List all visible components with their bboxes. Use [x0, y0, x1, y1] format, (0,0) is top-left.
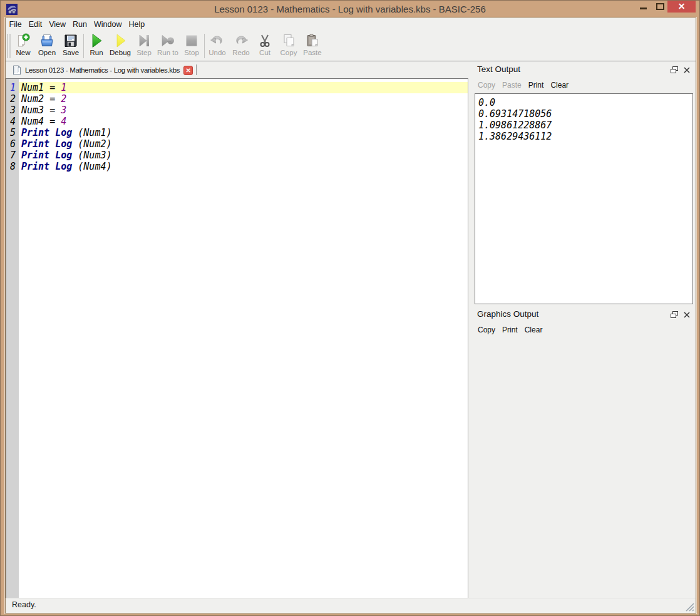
code-line: Print Log (Num1)	[19, 127, 468, 138]
maximize-button[interactable]	[651, 1, 667, 13]
stop-square-icon	[183, 33, 200, 49]
toolbar-button-undo[interactable]: Undo	[205, 31, 229, 61]
resize-grip[interactable]	[684, 602, 694, 612]
window-content: File Edit View Run Window Help New Open …	[6, 18, 696, 613]
text-output-clear-button[interactable]: Clear	[550, 81, 569, 90]
keyword-segment: Print Log	[21, 161, 78, 172]
window-title: Lesson 0123 - Mathematics - Log with var…	[1, 1, 699, 18]
output-line: 1.09861228867	[478, 120, 692, 131]
float-panel-icon[interactable]	[671, 310, 678, 317]
toolbar-button-label: Cut	[259, 49, 270, 56]
toolbar-separator	[204, 34, 205, 58]
code-editor[interactable]: 1 2 3 4 5 6 7 8 Num1 = 1 Num2 = 2 Num3 =…	[6, 78, 468, 598]
toolbar-drag-handle[interactable]	[7, 34, 11, 58]
status-text: Ready.	[12, 600, 36, 609]
toolbar-button-run[interactable]: Run	[85, 31, 108, 61]
tab-close-button[interactable]: ✕	[183, 66, 193, 75]
close-button[interactable]: ✕	[667, 1, 696, 13]
close-icon: ✕	[667, 1, 696, 13]
code-segment: Num3 =	[21, 105, 61, 116]
run-to-cursor-icon	[160, 33, 176, 49]
code-line: Print Log (Num2)	[19, 138, 468, 150]
text-output-copy-button[interactable]: Copy	[478, 81, 495, 90]
toolbar-button-label: Undo	[208, 49, 226, 56]
line-number: 8	[6, 161, 19, 172]
graphics-output-copy-button[interactable]: Copy	[478, 326, 495, 334]
toolbar-button-new[interactable]: New	[11, 31, 35, 61]
output-line: 0.0	[478, 97, 692, 108]
debug-icon	[112, 33, 128, 49]
toolbar-button-label: Debug	[110, 49, 131, 56]
float-panel-icon[interactable]	[671, 65, 678, 73]
graphics-output-print-button[interactable]: Print	[502, 326, 518, 334]
line-number: 7	[6, 150, 19, 161]
text-output-print-button[interactable]: Print	[528, 81, 544, 90]
line-number: 3	[6, 105, 19, 116]
code-line: Print Log (Num3)	[19, 150, 468, 161]
toolbar-button-runto[interactable]: Run to	[156, 31, 180, 61]
statusbar: Ready.	[6, 598, 696, 613]
menu-help[interactable]: Help	[125, 18, 148, 31]
graphics-output-toolbar: Copy Print Clear	[475, 322, 696, 338]
toolbar-button-label: Run to	[157, 49, 178, 56]
menubar: File Edit View Run Window Help	[6, 18, 696, 31]
menu-run[interactable]: Run	[69, 18, 91, 31]
number-literal: 1	[61, 82, 66, 93]
toolbar-button-step[interactable]: Step	[132, 31, 156, 61]
line-number: 6	[6, 138, 19, 150]
toolbar-button-label: Open	[38, 49, 56, 56]
graphics-output-clear-button[interactable]: Clear	[525, 326, 543, 334]
graphics-output-header: Graphics Output	[475, 306, 696, 322]
redo-arrow-icon	[233, 33, 249, 49]
menu-window[interactable]: Window	[91, 18, 125, 31]
scissors-icon	[257, 33, 273, 49]
toolbar-button-stop[interactable]: Stop	[180, 31, 203, 61]
floppy-disk-icon	[63, 33, 79, 49]
toolbar-button-debug[interactable]: Debug	[108, 31, 132, 61]
code-line: Num2 = 2	[19, 93, 468, 105]
code-segment: (Num3)	[78, 150, 111, 161]
code-segment: (Num2)	[78, 138, 111, 150]
close-panel-icon[interactable]	[683, 310, 691, 317]
keyword-segment: Print Log	[21, 150, 78, 161]
new-document-icon	[15, 33, 31, 49]
close-panel-icon[interactable]	[683, 65, 691, 73]
line-number: 4	[6, 116, 19, 127]
toolbar-button-paste[interactable]: Paste	[301, 31, 324, 61]
number-literal: 3	[61, 105, 66, 116]
open-folder-icon	[39, 33, 55, 49]
number-literal: 2	[61, 93, 66, 105]
basic256-window: Lesson 0123 - Mathematics - Log with var…	[0, 0, 700, 616]
toolbar-button-save[interactable]: Save	[59, 31, 83, 61]
toolbar-button-open[interactable]: Open	[35, 31, 59, 61]
text-output-paste-button[interactable]: Paste	[502, 81, 522, 90]
code-segment: (Num4)	[78, 161, 111, 172]
code-area[interactable]: Num1 = 1 Num2 = 2 Num3 = 3 Num4 = 4 Prin…	[19, 79, 468, 598]
toolbar-button-copy[interactable]: Copy	[277, 31, 301, 61]
undo-arrow-icon	[209, 33, 225, 49]
toolbar-button-cut[interactable]: Cut	[253, 31, 277, 61]
text-output-content[interactable]: 0.0 0.69314718056 1.09861228867 1.386294…	[475, 93, 693, 304]
clipboard-icon	[304, 33, 321, 49]
toolbar-button-label: Paste	[303, 49, 321, 56]
document-icon	[13, 65, 21, 75]
code-segment: Num4 =	[21, 116, 61, 127]
main-area: Lesson 0123 - Mathematics - Log with var…	[6, 61, 696, 598]
keyword-segment: Print Log	[21, 127, 78, 138]
splitter[interactable]	[468, 61, 475, 598]
menu-file[interactable]: File	[6, 18, 25, 31]
text-output-toolbar: Copy Paste Print Clear	[475, 77, 696, 93]
menu-view[interactable]: View	[46, 18, 69, 31]
toolbar-button-redo[interactable]: Redo	[229, 31, 253, 61]
line-number: 1	[6, 82, 19, 93]
output-column: Text Output Copy Paste Print Clear 0.0	[475, 61, 696, 598]
titlebar[interactable]: Lesson 0123 - Mathematics - Log with var…	[1, 1, 699, 18]
menu-edit[interactable]: Edit	[25, 18, 46, 31]
graphics-output-content[interactable]	[475, 338, 693, 596]
output-line: 1.38629436112	[478, 131, 692, 142]
toolbar-button-label: Run	[90, 49, 103, 56]
code-line: Num3 = 3	[19, 105, 468, 116]
code-segment: Num2 =	[21, 93, 61, 105]
toolbar-separator	[83, 34, 84, 58]
editor-tab[interactable]: Lesson 0123 - Mathematics - Log with var…	[7, 63, 197, 78]
